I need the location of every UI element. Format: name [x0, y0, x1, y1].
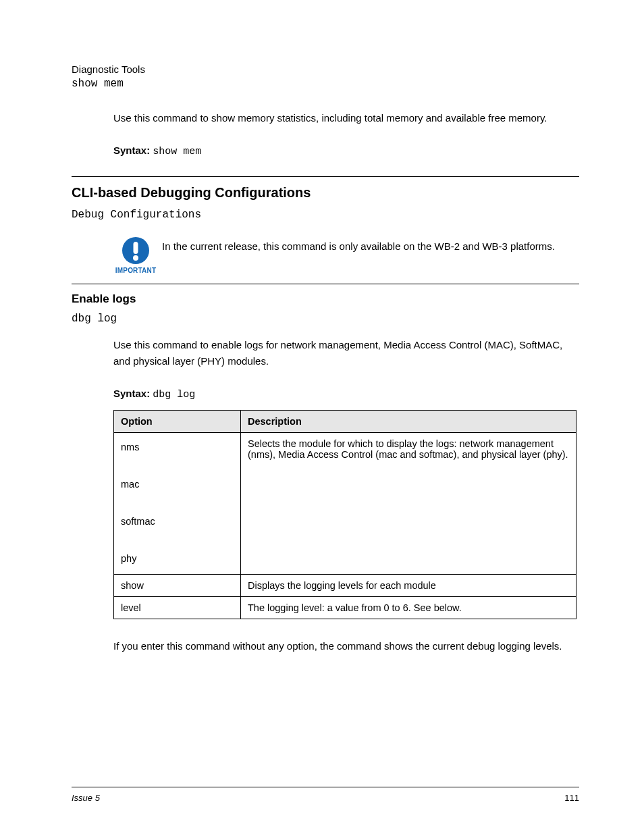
options-table: Option Description nms mac softmac phy S…: [113, 410, 576, 619]
section-sub-debug-config: Debug Configurations: [72, 209, 579, 221]
important-icon: IMPORTANT: [113, 236, 158, 274]
table-header-option: Option: [114, 411, 241, 433]
table-syntax-value: dbg log: [153, 389, 195, 400]
table-cell-description: Displays the logging levels for each mod…: [241, 574, 576, 596]
table-cell-option: nms mac softmac phy: [114, 433, 241, 575]
table-cell-option: level: [114, 596, 241, 619]
syntax-label: Syntax:: [113, 145, 150, 156]
table-syntax-label: Syntax:: [113, 388, 150, 399]
footer-page-number: 111: [564, 793, 579, 803]
section-heading-debug-config: CLI-based Debugging Configurations: [72, 185, 579, 201]
subsection-heading-enable-logs: Enable logs: [72, 292, 579, 306]
divider: [72, 176, 579, 177]
table-row: show Displays the logging levels for eac…: [114, 574, 576, 596]
important-callout: IMPORTANT In the current release, this c…: [113, 236, 579, 274]
table-cell-description: The logging level: a value from 0 to 6. …: [241, 596, 576, 619]
svg-rect-1: [134, 242, 138, 254]
table-row: level The logging level: a value from 0 …: [114, 596, 576, 619]
syntax-line: Syntax: show mem: [113, 142, 579, 160]
important-label: IMPORTANT: [115, 267, 157, 274]
syntax-value: show mem: [153, 146, 201, 157]
divider: [72, 284, 579, 284]
subsection-description: Use this command to enable logs for netw…: [113, 337, 579, 369]
subsection-command: dbg log: [72, 313, 579, 325]
page-header-command: show mem: [72, 78, 579, 90]
table-row: nms mac softmac phy Selects the module f…: [114, 433, 576, 575]
svg-point-2: [133, 255, 138, 261]
table-cell-description: Selects the module for which to display …: [241, 433, 576, 575]
intro-paragraph: Use this command to show memory statisti…: [113, 110, 579, 126]
page-header-title: Diagnostic Tools: [72, 63, 579, 75]
important-text: In the current release, this command is …: [158, 236, 555, 254]
table-syntax-line: Syntax: dbg log: [113, 386, 579, 403]
page-footer: Issue 5 111: [72, 787, 579, 803]
table-header-description: Description: [241, 411, 576, 433]
table-header-row: Option Description: [114, 411, 576, 433]
footer-left: Issue 5: [72, 793, 100, 803]
post-table-paragraph: If you enter this command without any op…: [113, 638, 579, 654]
table-cell-option: show: [114, 574, 241, 596]
